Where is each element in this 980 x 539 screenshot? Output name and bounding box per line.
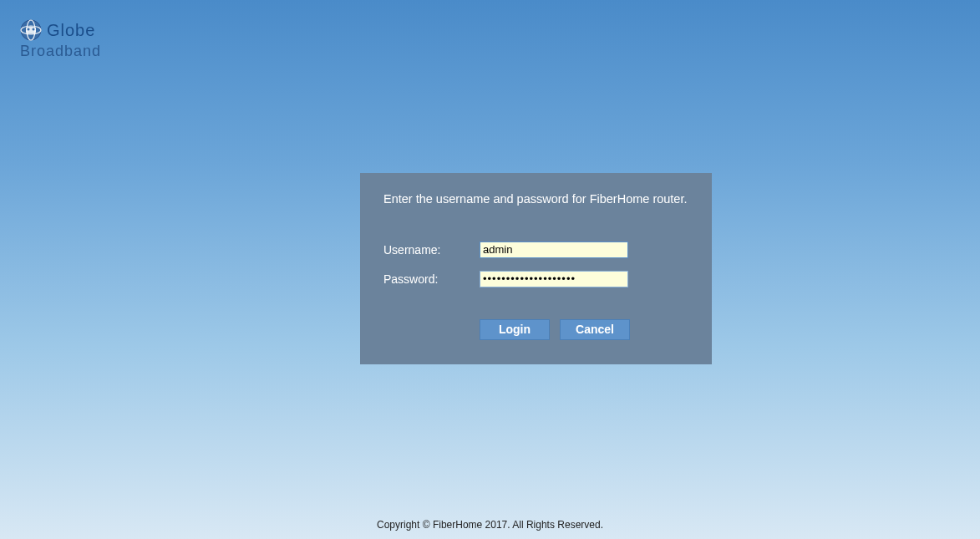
- password-row: Password:: [383, 271, 688, 287]
- username-row: Username:: [383, 242, 688, 258]
- svg-point-3: [28, 28, 30, 31]
- globe-icon: [20, 19, 42, 41]
- logo-container: Globe Broadband: [20, 19, 101, 60]
- brand-name: Globe: [47, 21, 95, 40]
- button-row: Login Cancel: [480, 319, 688, 340]
- password-input[interactable]: [480, 271, 628, 287]
- brand-subtitle: Broadband: [20, 43, 101, 60]
- username-label: Username:: [383, 243, 480, 257]
- login-instruction: Enter the username and password for Fibe…: [383, 191, 688, 208]
- logo-row: Globe: [20, 19, 101, 41]
- login-button[interactable]: Login: [480, 319, 550, 340]
- footer-copyright: Copyright © FiberHome 2017. All Rights R…: [0, 519, 980, 531]
- svg-point-4: [33, 28, 35, 31]
- login-panel: Enter the username and password for Fibe…: [360, 173, 712, 364]
- cancel-button[interactable]: Cancel: [560, 319, 630, 340]
- password-label: Password:: [383, 272, 480, 286]
- username-input[interactable]: [480, 242, 628, 258]
